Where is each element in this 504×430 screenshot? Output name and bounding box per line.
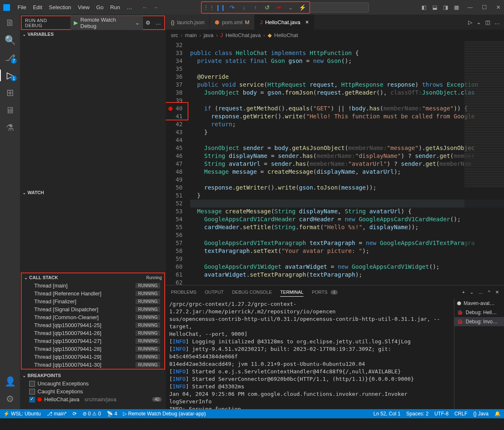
code-line[interactable]: Message message = createMessage(displayN… bbox=[190, 168, 504, 176]
window-minimize-icon[interactable]: — bbox=[467, 4, 473, 10]
code-line[interactable]: JsonObject body = gson.fromJson(request.… bbox=[190, 89, 504, 97]
menu-file[interactable]: File bbox=[14, 2, 30, 12]
code-line[interactable]: JsonObject sender = body.getAsJsonObject… bbox=[190, 144, 504, 152]
code-line[interactable]: response.getWriter().write("Hello! This … bbox=[190, 112, 504, 120]
line-number[interactable]: 52 bbox=[166, 200, 183, 208]
code-line[interactable]: GoogleAppsCardV1CardHeader cardHeader = … bbox=[190, 215, 504, 223]
more-actions-icon[interactable]: … bbox=[155, 20, 161, 26]
debug-pause-button[interactable]: ❙❙ bbox=[217, 4, 224, 11]
layout-panel-icon[interactable]: ⬓ bbox=[432, 4, 437, 10]
language-mode[interactable]: {} Java bbox=[473, 411, 489, 417]
breadcrumb[interactable]: src›main›java›J HelloChat.java›◆ HelloCh… bbox=[166, 30, 504, 40]
code-line[interactable] bbox=[190, 97, 504, 105]
remote-indicator[interactable]: ⚡ WSL: Ubuntu bbox=[3, 411, 41, 417]
window-close-icon[interactable]: ✕ bbox=[496, 4, 501, 10]
code-line[interactable] bbox=[190, 136, 504, 144]
terminal-instance[interactable]: ⬢Maven-avat… bbox=[454, 299, 504, 308]
line-number[interactable]: 56 bbox=[166, 231, 183, 239]
breakpoints-section-header[interactable]: ⌄ BREAKPOINTS bbox=[20, 371, 166, 380]
debug-hot-reload-button[interactable]: ⚡ bbox=[298, 4, 306, 11]
code-line[interactable]: if (request.getMethod().equals("GET") ||… bbox=[190, 105, 504, 112]
remote-explorer-icon[interactable]: 🖥 bbox=[5, 105, 15, 115]
line-number[interactable]: 41 bbox=[166, 112, 183, 120]
debug-config-selector[interactable]: ▶ Remote Watch Debug ⌄ bbox=[70, 16, 143, 30]
debug-step-over-button[interactable]: ↷ bbox=[228, 4, 236, 11]
accounts-icon[interactable]: 👤 bbox=[5, 377, 15, 387]
close-panel-icon[interactable]: ✕ bbox=[495, 290, 499, 295]
code-line[interactable]: String avatarUrl = sender.has(memberName… bbox=[190, 160, 504, 168]
nav-forward-icon[interactable]: → bbox=[153, 4, 158, 10]
layout-customize-icon[interactable]: ▦ bbox=[454, 4, 459, 10]
debug-step-into-button[interactable]: ↓ bbox=[240, 4, 248, 11]
more-actions-icon[interactable]: … bbox=[494, 19, 500, 25]
editor-tab[interactable]: {}launch.json bbox=[166, 15, 210, 30]
configure-gear-icon[interactable]: ⚙ bbox=[145, 20, 150, 26]
line-number[interactable]: 43 bbox=[166, 128, 183, 136]
line-number[interactable]: 32 bbox=[166, 41, 183, 49]
gutter[interactable]: 3233343536373839404142434445464748495051… bbox=[166, 40, 190, 285]
code-line[interactable]: public void service(HttpRequest request,… bbox=[190, 81, 504, 89]
debug-restart-button[interactable]: ↺ bbox=[263, 4, 271, 11]
thread-row[interactable]: Thread [Signal Dispatcher]RUNNING bbox=[22, 305, 164, 313]
line-number[interactable]: 57 bbox=[166, 239, 183, 247]
layout-secondary-side-icon[interactable]: ◨ bbox=[443, 4, 448, 10]
maximize-panel-icon[interactable]: ^ bbox=[488, 290, 490, 295]
git-branch[interactable]: ⎇ main* bbox=[47, 411, 67, 417]
line-number[interactable]: 60 bbox=[166, 263, 183, 271]
close-tab-icon[interactable]: × bbox=[305, 19, 308, 25]
window-maximize-icon[interactable]: ☐ bbox=[482, 4, 487, 10]
code-line[interactable]: } bbox=[190, 192, 504, 200]
line-number[interactable]: 33 bbox=[166, 49, 183, 57]
terminal-output[interactable]: /grpc/grpc-context/1.27.2/grpc-context-1… bbox=[166, 299, 454, 409]
chevron-down-icon[interactable]: ⌄ bbox=[476, 19, 481, 25]
chevron-down-icon[interactable]: ⌄ bbox=[135, 20, 140, 26]
line-number[interactable]: 53 bbox=[166, 208, 183, 215]
thread-row[interactable]: Thread [main]RUNNING bbox=[22, 282, 164, 290]
start-debug-icon[interactable]: ▶ bbox=[74, 20, 78, 26]
split-editor-icon[interactable]: ◫ bbox=[485, 19, 490, 25]
debug-step-out-button[interactable]: ↑ bbox=[252, 4, 259, 11]
code-line[interactable] bbox=[190, 255, 504, 263]
checkbox-checked[interactable] bbox=[29, 397, 35, 402]
code-line[interactable] bbox=[190, 279, 504, 285]
menu-go[interactable]: Go bbox=[93, 2, 107, 12]
code-line[interactable]: GoogleAppsCardV1Widget avatarWidget = ne… bbox=[190, 263, 504, 271]
code-line[interactable]: return; bbox=[190, 120, 504, 128]
run-debug-icon[interactable]: ▷1 bbox=[5, 70, 15, 80]
terminal-instance[interactable]: 🐞Debug: Hell… bbox=[454, 308, 504, 317]
code-line[interactable]: Message createMessage(String displayName… bbox=[190, 208, 504, 215]
menu-run[interactable]: Run bbox=[107, 2, 123, 12]
encoding[interactable]: UTF-8 bbox=[434, 411, 449, 417]
run-code-icon[interactable]: ▷ bbox=[468, 19, 472, 25]
code-line[interactable] bbox=[190, 176, 504, 184]
line-number[interactable]: 34 bbox=[166, 57, 183, 65]
debug-status[interactable]: ▷ Remote Watch Debug (avatar-app) bbox=[123, 411, 206, 417]
thread-row[interactable]: Thread [Finalizer]RUNNING bbox=[22, 298, 164, 305]
more-actions-icon[interactable]: … bbox=[479, 290, 483, 295]
tab-output[interactable]: OUTPUT bbox=[205, 288, 223, 296]
thread-row[interactable]: Thread [Common-Cleaner]RUNNING bbox=[22, 313, 164, 321]
code-line[interactable]: } bbox=[190, 128, 504, 136]
breadcrumb-item[interactable]: src bbox=[171, 32, 178, 38]
breadcrumb-item[interactable]: HelloChat bbox=[274, 32, 298, 38]
tab-terminal[interactable]: TERMINAL bbox=[280, 288, 303, 297]
checkbox[interactable] bbox=[29, 389, 35, 395]
line-number[interactable]: 55 bbox=[166, 223, 183, 231]
testing-icon[interactable]: ⚗ bbox=[5, 123, 15, 133]
line-number[interactable]: 59 bbox=[166, 255, 183, 263]
line-number[interactable]: 37 bbox=[166, 81, 183, 89]
editor-tab[interactable]: JHelloChat.java× bbox=[255, 15, 314, 30]
thread-row[interactable]: Thread [qtp1500079441-26]RUNNING bbox=[22, 329, 164, 337]
watch-section-header[interactable]: ⌄ WATCH bbox=[20, 188, 166, 197]
menu-more[interactable]: … bbox=[123, 2, 135, 12]
explorer-icon[interactable]: 🗎 bbox=[5, 18, 15, 28]
code-body[interactable]: public class HelloChat implements HttpFu… bbox=[190, 40, 504, 285]
nav-back-icon[interactable]: ← bbox=[142, 4, 148, 10]
thread-row[interactable]: Thread [qtp1500079441-29]RUNNING bbox=[22, 353, 164, 361]
extensions-icon[interactable]: ⊞ bbox=[5, 88, 15, 98]
line-number[interactable]: 47 bbox=[166, 160, 183, 168]
line-number[interactable]: 54 bbox=[166, 215, 183, 223]
line-number[interactable]: 50 bbox=[166, 184, 183, 192]
line-number[interactable]: 46 bbox=[166, 152, 183, 160]
source-control-icon[interactable]: ⎇7 bbox=[5, 53, 15, 63]
